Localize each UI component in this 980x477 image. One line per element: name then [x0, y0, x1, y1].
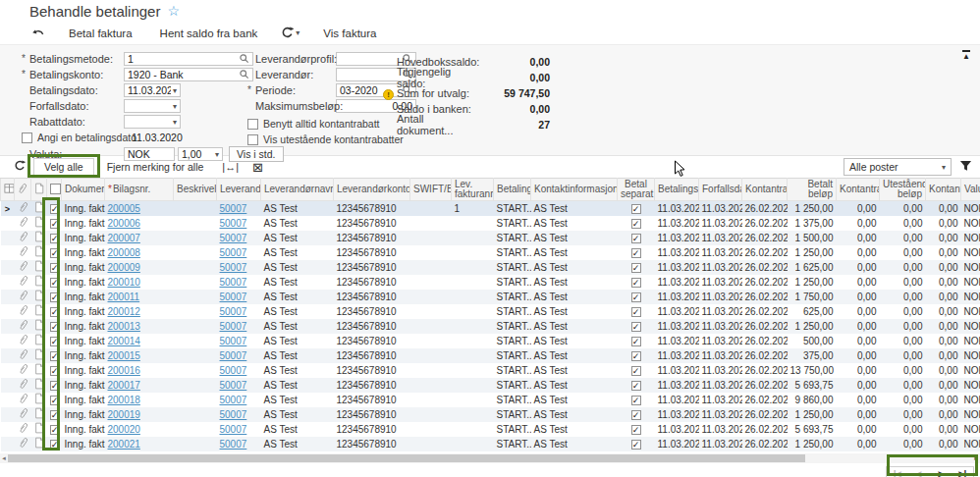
row-select-checkbox[interactable]	[50, 410, 60, 420]
column-header[interactable]: Betalt beløp	[788, 179, 837, 201]
bilagsnr-link[interactable]: 200021	[108, 439, 140, 450]
column-header[interactable]	[47, 179, 62, 201]
column-header[interactable]: Kontantra.	[926, 179, 961, 201]
betal-separat-checkbox[interactable]	[631, 292, 641, 302]
bilagsnr-link[interactable]: 200009	[108, 262, 140, 273]
leverandor-link[interactable]: 50007	[220, 321, 247, 332]
note-icon[interactable]	[34, 351, 44, 362]
hent-saldo-button[interactable]: Hent saldo fra bank	[148, 25, 270, 42]
column-header[interactable]: Kontantrab.	[742, 179, 788, 201]
pager-next-icon[interactable]: >	[930, 467, 952, 477]
column-header[interactable]	[1, 179, 15, 201]
scroll-right-icon[interactable]: ►	[972, 453, 980, 463]
column-header[interactable]: Leverandør	[217, 179, 261, 201]
field-input-2[interactable]: 11.03.2020▾	[124, 83, 181, 97]
table-row[interactable]: Inng. fakt...20001950007AS Test123456789…	[1, 407, 980, 422]
note-icon[interactable]	[34, 440, 44, 450]
table-row[interactable]: Inng. fakt...20000650007AS Test123456789…	[1, 216, 980, 231]
note-icon[interactable]	[34, 263, 44, 274]
note-icon[interactable]	[34, 248, 44, 259]
row-select-checkbox[interactable]	[50, 292, 60, 302]
row-select-checkbox[interactable]	[50, 248, 60, 258]
field-input-1[interactable]: 1920 - Bank	[124, 68, 253, 81]
bilagsnr-link[interactable]: 200014	[108, 336, 140, 346]
table-row[interactable]: Inng. fakt...20001150007AS Test123456789…	[1, 290, 980, 304]
note-icon[interactable]	[34, 425, 44, 436]
table-row[interactable]: Inng. fakt...20001850007AS Test123456789…	[1, 393, 980, 407]
bilagsnr-link[interactable]: 200012	[108, 306, 140, 317]
row-select-checkbox[interactable]	[50, 425, 60, 435]
row-select-checkbox[interactable]	[50, 381, 60, 391]
note-icon[interactable]	[34, 204, 44, 215]
table-row[interactable]: Inng. fakt...20001350007AS Test123456789…	[1, 319, 980, 334]
paperclip-icon[interactable]	[19, 292, 27, 303]
bilagsnr-link[interactable]: 200015	[108, 350, 140, 361]
paperclip-icon[interactable]	[19, 248, 27, 259]
betal-separat-checkbox[interactable]	[631, 263, 641, 273]
paperclip-icon[interactable]	[19, 396, 27, 406]
note-icon[interactable]	[34, 337, 44, 347]
bilagsnr-link[interactable]: 200019	[108, 409, 140, 420]
leverandor-link[interactable]: 50007	[220, 409, 247, 420]
bilagsnr-link[interactable]: 200010	[108, 277, 140, 288]
column-header[interactable]: Beskrivelse	[174, 179, 217, 201]
leverandor-link[interactable]: 50007	[220, 247, 247, 258]
column-header[interactable]: Forfallsdato	[699, 179, 742, 201]
betal-separat-checkbox[interactable]	[631, 381, 641, 391]
scrollbar-thumb[interactable]	[8, 454, 805, 462]
column-header[interactable]: Kontaktinformasjon	[531, 179, 618, 201]
row-select-checkbox[interactable]	[50, 440, 60, 450]
column-header[interactable]: Betal separat	[618, 179, 655, 201]
leverandor-link[interactable]: 50007	[220, 380, 247, 391]
caret-down-icon[interactable]: ▾	[173, 102, 177, 111]
bilagsnr-link[interactable]: 200007	[108, 233, 140, 243]
bilagsnr-link[interactable]: 200005	[108, 203, 140, 214]
vis-faktura-button[interactable]: Vis faktura	[311, 25, 388, 42]
paperclip-icon[interactable]	[19, 351, 27, 362]
row-select-checkbox[interactable]	[50, 307, 60, 317]
pager-last-icon[interactable]: >|	[952, 467, 973, 477]
row-select-checkbox[interactable]	[50, 366, 60, 376]
note-icon[interactable]	[34, 219, 44, 230]
note-icon[interactable]	[34, 410, 44, 421]
column-header[interactable]: SWIFT/BIC	[410, 179, 452, 201]
select-all-checkbox[interactable]	[50, 184, 61, 194]
leverandor-link[interactable]: 50007	[220, 292, 247, 302]
field-input-3[interactable]: ▾	[124, 99, 181, 113]
favorite-star-icon[interactable]: ☆	[167, 3, 180, 19]
row-select-checkbox[interactable]	[50, 204, 60, 214]
leverandor-link[interactable]: 50007	[220, 218, 247, 229]
paperclip-icon[interactable]	[19, 234, 27, 244]
row-select-checkbox[interactable]	[50, 263, 60, 273]
betal-separat-checkbox[interactable]	[631, 234, 641, 243]
row-select-checkbox[interactable]	[50, 278, 60, 288]
refresh-caret-icon[interactable]: ▾	[296, 28, 299, 37]
column-header[interactable]: Utestående beløp	[880, 179, 926, 201]
column-header[interactable]: *Bilagsnr.	[105, 179, 174, 201]
row-select-checkbox[interactable]	[50, 351, 60, 361]
row-select-checkbox[interactable]	[50, 219, 60, 229]
note-icon[interactable]	[34, 381, 44, 392]
table-row[interactable]: Inng. fakt...20002150007AS Test123456789…	[1, 437, 980, 451]
leverandor-link[interactable]: 50007	[220, 365, 247, 376]
bilagsnr-link[interactable]: 200011	[108, 292, 140, 302]
betal-separat-checkbox[interactable]	[631, 337, 641, 346]
note-icon[interactable]	[34, 396, 44, 406]
betal-separat-checkbox[interactable]	[631, 396, 641, 405]
paperclip-icon[interactable]	[19, 425, 27, 436]
betal-separat-checkbox[interactable]	[631, 410, 641, 420]
bilagsnr-link[interactable]: 200013	[108, 321, 140, 332]
betal-faktura-button[interactable]: Betal faktura	[57, 25, 144, 42]
table-row[interactable]: >Inng. fakt...20000550007AS Test12345678…	[1, 201, 980, 216]
note-icon[interactable]	[34, 292, 44, 303]
bilagsnr-link[interactable]: 200020	[108, 424, 140, 435]
leverandor-link[interactable]: 50007	[220, 439, 247, 450]
scroll-left-icon[interactable]: ◄	[0, 453, 8, 463]
bilagsnr-link[interactable]: 200018	[108, 395, 140, 405]
betal-separat-checkbox[interactable]	[631, 204, 641, 214]
caret-down-icon[interactable]: ▾	[173, 86, 177, 95]
field-input-4[interactable]: ▾	[124, 115, 181, 129]
bilagsnr-link[interactable]: 200016	[108, 365, 140, 376]
paperclip-icon[interactable]	[19, 440, 27, 450]
row-select-checkbox[interactable]	[50, 234, 60, 243]
